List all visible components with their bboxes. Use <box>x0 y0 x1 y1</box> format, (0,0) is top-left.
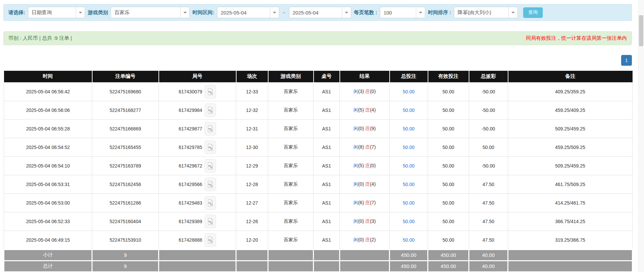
result-player: 闲 <box>353 181 358 187</box>
summary-cell-result <box>340 261 390 272</box>
summary-cell-session <box>236 261 268 272</box>
summary-cell-table-no <box>314 249 340 261</box>
total-bet-link[interactable]: 50.00 <box>403 163 415 169</box>
page-button-1[interactable]: 1 <box>621 55 632 66</box>
round-no-wrap: 617429984 <box>159 101 236 119</box>
summary-cell-valid-bet: 450.00 <box>428 261 469 272</box>
cell-total-bet: 50.00 <box>390 156 428 175</box>
cell-round-no: 617430079 <box>159 82 236 101</box>
result-player-score: (3) <box>358 89 365 94</box>
page-size-select[interactable]: 100 <box>380 7 425 18</box>
round-no-text: 617429566 <box>179 182 202 187</box>
result-player-score: (0) <box>358 218 365 224</box>
result-banker: 庄 <box>365 237 370 242</box>
total-bet-link[interactable]: 50.00 <box>403 200 415 206</box>
cell-round-no: 617428888 <box>159 231 236 249</box>
cell-table-no: AS1 <box>314 212 340 231</box>
header-payout: 总派彩 <box>469 71 508 82</box>
cell-time: 2025-05-04 06:56:06 <box>4 101 92 119</box>
video-replay-button[interactable] <box>205 122 216 135</box>
game-type-select[interactable]: 百家乐 <box>111 7 190 18</box>
table-row: 2025-05-04 06:49:15522475153910617428888… <box>4 231 633 249</box>
result-player: 闲 <box>353 200 358 205</box>
total-bet-link[interactable]: 50.00 <box>403 182 415 187</box>
date-to-caret-zone <box>342 7 351 18</box>
round-no-wrap: 617429672 <box>159 157 236 175</box>
cell-remark: 459.25/409.25 <box>508 101 633 119</box>
table-row: 2025-05-04 06:54:52522475165455617429785… <box>4 138 633 156</box>
video-replay-button[interactable] <box>205 196 216 210</box>
time-sort-caret-zone <box>508 7 517 18</box>
round-no-wrap: 617429785 <box>159 138 236 156</box>
cell-payout: 47.50 <box>469 212 508 231</box>
cell-bet-no: 522475166869 <box>92 119 159 138</box>
currency-total-text: 币别 : 人民币 | 总共 :9 注单 | <box>8 35 72 41</box>
video-replay-button[interactable] <box>205 178 216 191</box>
cell-result: 闲(5) 庄(4) <box>340 101 390 119</box>
total-bet-link[interactable]: 50.00 <box>403 219 415 224</box>
video-replay-button[interactable] <box>205 215 216 228</box>
query-button[interactable]: 查询 <box>523 7 543 18</box>
round-no-text: 617429877 <box>179 126 202 131</box>
total-bet-link[interactable]: 50.00 <box>403 108 415 113</box>
video-replay-button[interactable] <box>205 85 216 98</box>
summary-cell-session <box>236 249 268 261</box>
result-banker-score: (7) <box>370 200 375 205</box>
cell-valid-bet: 50.00 <box>428 101 469 119</box>
cell-result: 闲(0) 庄(9) <box>340 119 390 138</box>
cell-round-no: 617429672 <box>159 156 236 175</box>
video-replay-button[interactable] <box>205 103 216 117</box>
cell-result: 闲(8) 庄(7) <box>340 138 390 156</box>
total-bet-link[interactable]: 50.00 <box>403 145 415 150</box>
summary-cell-total-bet: 450.00 <box>390 249 428 261</box>
table-row: 2025-05-04 06:53:00522475161286617429483… <box>4 193 633 212</box>
filter-type-select[interactable]: 日期查询 <box>28 7 85 18</box>
date-to-value: 2025-05-04 <box>289 7 342 18</box>
summary-cell-bet-no: 9 <box>92 261 159 272</box>
cell-valid-bet: 50.00 <box>428 119 469 138</box>
time-sort-select[interactable]: 降幂(由大到小) <box>454 7 518 18</box>
time-range-label: 时间区间: <box>192 9 214 16</box>
cell-total-bet: 50.00 <box>390 193 428 212</box>
total-bet-link[interactable]: 50.00 <box>403 126 415 131</box>
cell-total-bet: 50.00 <box>390 119 428 138</box>
date-from-select[interactable]: 2025-05-04 <box>217 7 279 18</box>
summary-cell-time: 小计 <box>4 249 92 261</box>
filter-type-value: 日期查询 <box>28 7 76 18</box>
result-banker-score: (4) <box>370 181 375 187</box>
round-no-text: 617430079 <box>179 89 202 94</box>
summary-cell-round-no <box>159 249 236 261</box>
cell-valid-bet: 50.00 <box>428 138 469 156</box>
bet-records-page: 请选择: 日期查询 游戏类别 百家乐 时间区间: 2025-05-04 ~ 20… <box>0 0 644 272</box>
summary-cell-remark <box>508 249 633 261</box>
video-replay-button[interactable] <box>205 159 216 173</box>
total-bet-link[interactable]: 50.00 <box>403 89 415 94</box>
cell-session: 12-33 <box>236 82 268 101</box>
cell-remark: 319.25/366.75 <box>508 231 633 249</box>
table-row: 2025-05-04 06:52:33522475160404617429389… <box>4 212 633 231</box>
cell-game-type: 百家乐 <box>268 156 314 175</box>
date-from-value: 2025-05-04 <box>217 7 270 18</box>
result-player-score: (0) <box>358 126 365 131</box>
date-to-select[interactable]: 2025-05-04 <box>289 7 351 18</box>
video-replay-button[interactable] <box>205 141 216 154</box>
cell-payout: -50.00 <box>469 119 508 138</box>
cell-time: 2025-05-04 06:56:42 <box>4 82 92 101</box>
cell-round-no: 617429483 <box>159 193 236 212</box>
total-bet-link[interactable]: 50.00 <box>403 237 415 243</box>
header-remark: 备注 <box>508 71 633 82</box>
video-replay-button[interactable] <box>205 233 216 247</box>
result-player: 闲 <box>353 89 358 94</box>
cell-bet-no: 522475153910 <box>92 231 159 249</box>
header-time: 时间 <box>4 71 92 82</box>
vertical-scrollbar-track[interactable] <box>638 0 644 272</box>
result-player-score: (6) <box>358 200 365 205</box>
cell-game-type: 百家乐 <box>268 101 314 119</box>
result-player: 闲 <box>353 144 358 150</box>
cell-table-no: AS1 <box>314 193 340 212</box>
cell-session: 12-27 <box>236 193 268 212</box>
summary-cell-valid-bet: 450.00 <box>428 249 469 261</box>
page-size-caret-zone <box>416 7 425 18</box>
cell-time: 2025-05-04 06:52:33 <box>4 212 92 231</box>
vertical-scrollbar-thumb[interactable] <box>639 15 643 46</box>
